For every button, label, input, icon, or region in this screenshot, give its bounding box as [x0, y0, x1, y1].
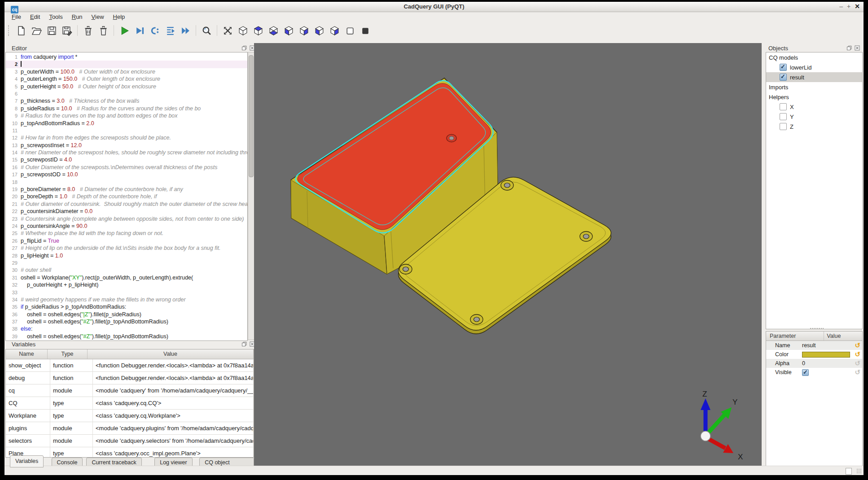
code-line-27: 27# Height of lip on the underside of th… — [6, 244, 247, 252]
tree-item-x[interactable]: X — [766, 102, 862, 112]
view-right-button[interactable] — [327, 24, 342, 37]
display-wireframe-icon — [345, 26, 355, 36]
code-line-25: 25# Whether to place the lid with the to… — [6, 230, 247, 237]
app-icon: cq — [11, 6, 18, 13]
new-file-button[interactable] — [13, 24, 29, 37]
editor-scrollbar[interactable] — [248, 52, 254, 340]
tree-item-lowerlid[interactable]: lowerLid — [766, 62, 862, 72]
view-iso-button[interactable] — [235, 24, 250, 37]
continue-button[interactable] — [178, 24, 193, 37]
editor-dock-title: Editor — [12, 45, 27, 52]
y-axis-label: Y — [732, 398, 737, 406]
continue-icon — [180, 26, 191, 36]
view-back-icon — [299, 26, 309, 36]
view-iso-icon — [238, 26, 248, 36]
code-editor[interactable]: 1from cadquery import *23p_outerWidth = … — [5, 52, 248, 341]
variable-row[interactable]: show_objectfunction<function Debugger.re… — [6, 359, 254, 372]
code-line-31: 31oshell = Workplane("XY").rect(p_outerW… — [6, 274, 247, 281]
visible-checkbox[interactable] — [802, 369, 809, 376]
save-button[interactable] — [44, 24, 59, 37]
code-line-2: 2 — [6, 61, 247, 68]
column-header-name[interactable]: Name — [6, 349, 48, 359]
menu-run[interactable]: Run — [67, 13, 87, 21]
minimize-button[interactable]: – — [839, 3, 843, 11]
column-header-value[interactable]: Value — [88, 349, 254, 359]
menu-view[interactable]: View — [87, 13, 109, 21]
debug-button[interactable] — [132, 24, 147, 37]
menu-help[interactable]: Help — [109, 13, 130, 21]
variables-float-icon[interactable] — [241, 341, 248, 347]
variable-row[interactable]: pluginsmodule<module 'cadquery.plugins' … — [6, 422, 254, 435]
step-into-button[interactable] — [162, 24, 178, 37]
search-button[interactable] — [199, 24, 214, 37]
checkbox-result[interactable] — [780, 74, 787, 81]
view-front-button[interactable] — [281, 24, 296, 37]
code-line-5: 5p_outerHeight = 50.0 # Outer height of … — [6, 83, 247, 90]
code-line-37: 37 oshell = oshell.edges("#Z").fillet(p_… — [6, 318, 247, 325]
undo-icon[interactable]: ↺ — [855, 341, 860, 350]
fit-view-button[interactable] — [220, 24, 235, 37]
column-header-type[interactable]: Type — [48, 349, 88, 359]
save-as-icon — [62, 26, 72, 36]
display-shaded-button[interactable] — [357, 24, 373, 37]
tree-item-result[interactable]: result — [766, 72, 862, 82]
tree-item-imports[interactable]: Imports — [766, 82, 862, 92]
clear-button[interactable] — [80, 24, 96, 37]
tree-item-z[interactable]: Z — [766, 122, 862, 131]
toolbar-separator — [196, 25, 196, 36]
undo-icon[interactable]: ↺ — [855, 350, 860, 359]
open-file-button[interactable] — [29, 24, 44, 37]
title-bar[interactable]: CadQuery GUI (PyQT) – + ✕ — [4, 2, 864, 12]
variable-row[interactable]: CQtype<class 'cadquery.cq.CQ'> — [6, 397, 254, 410]
3d-viewport[interactable]: Z Y X — [254, 43, 762, 466]
variable-row[interactable]: Workplanetype<class 'cadquery.cq.Workpla… — [6, 410, 254, 422]
code-line-12: 12# How far in from the edges the screwp… — [6, 134, 247, 141]
tree-item-y[interactable]: Y — [766, 112, 862, 122]
undo-icon: ↺ — [855, 368, 860, 377]
variable-row[interactable]: cqmodule<module 'cadquery' from '/home/a… — [6, 384, 254, 397]
editor-scrollbar-thumb[interactable] — [249, 55, 254, 177]
view-top-icon — [253, 26, 263, 36]
checkbox-z[interactable] — [780, 123, 787, 130]
view-back-button[interactable] — [296, 24, 311, 37]
progress-widget — [846, 468, 852, 475]
code-line-16: 16# Outer Diameter of the screwposts.\nD… — [6, 164, 247, 171]
resize-grip[interactable] — [856, 468, 862, 474]
variable-row[interactable]: selectorsmodule<module 'cadquery.selecto… — [6, 435, 254, 447]
view-top-button[interactable] — [250, 24, 266, 37]
menu-edit[interactable]: Edit — [26, 13, 44, 21]
close-button[interactable]: ✕ — [855, 3, 860, 11]
display-shaded-icon — [360, 26, 370, 36]
objects-tree: CQ modelslowerLidresultImportsHelpersXYZ — [766, 52, 863, 329]
checkbox-y[interactable] — [780, 113, 787, 120]
tree-item-helpers[interactable]: Helpers — [766, 92, 862, 102]
z-axis-label: Z — [702, 390, 707, 398]
view-bottom-icon — [268, 26, 279, 36]
menu-tools[interactable]: Tools — [44, 13, 67, 21]
display-wireframe-button[interactable] — [342, 24, 357, 37]
checkbox-lowerlid[interactable] — [780, 64, 787, 71]
save-icon — [47, 26, 57, 36]
objects-close-icon[interactable] — [855, 45, 861, 51]
color-swatch[interactable] — [802, 352, 850, 358]
delete-button[interactable] — [96, 24, 111, 37]
variable-row[interactable]: debugfunction<function Debugger.render.<… — [6, 372, 254, 384]
step-button[interactable] — [147, 24, 162, 37]
tab-variables[interactable]: Variables — [10, 455, 44, 467]
checkbox-x[interactable] — [780, 103, 787, 110]
run-button[interactable] — [117, 24, 132, 37]
tree-item-cq models[interactable]: CQ models — [766, 52, 862, 62]
toolbar-handle[interactable] — [8, 25, 11, 36]
parameter-column-header: Parameter — [766, 332, 796, 340]
maximize-button[interactable]: + — [847, 3, 850, 11]
debug-icon — [135, 26, 145, 36]
code-line-19: 19p_boreDiameter = 8.0 # Diameter of the… — [6, 186, 247, 193]
text-caret — [21, 61, 22, 67]
view-bottom-button[interactable] — [266, 24, 281, 37]
menu-file[interactable]: File — [7, 13, 26, 21]
view-left-button[interactable] — [311, 24, 327, 37]
save-as-button[interactable] — [59, 24, 75, 37]
editor-float-icon[interactable] — [241, 45, 248, 51]
objects-float-icon[interactable] — [846, 45, 853, 51]
code-line-6: 6 — [6, 90, 247, 97]
